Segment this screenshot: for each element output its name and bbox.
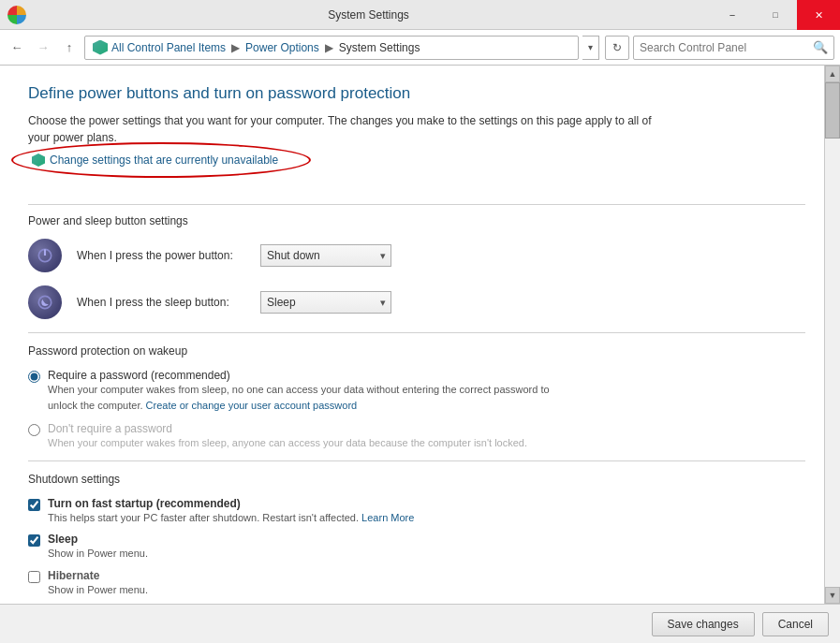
fast-startup-desc: This helps start your PC faster after sh… [48,510,414,526]
section-divider-3 [28,460,805,461]
window-controls: − □ ✕ [711,0,840,29]
learn-more-link[interactable]: Learn More [361,512,414,523]
no-password-radio[interactable] [28,424,40,436]
hibernate-checkbox[interactable] [28,571,40,583]
sleep-row: Sleep Show in Power menu. [28,533,805,562]
search-input[interactable] [640,41,813,54]
require-password-row: Require a password (recommended) When yo… [28,369,805,413]
fast-startup-group: Turn on fast startup (recommended) This … [48,497,414,526]
title-bar: System Settings − □ ✕ [0,0,840,30]
path-sep1: ▶ [231,41,240,54]
search-icon[interactable]: 🔍 [813,40,828,54]
section-divider-1 [28,204,805,205]
page-description: Choose the power settings that you want … [28,112,665,146]
power-button-label: When I press the power button: [77,249,245,262]
save-changes-button[interactable]: Save changes [652,612,755,636]
fast-startup-row: Turn on fast startup (recommended) This … [28,497,805,526]
page-title: Define power buttons and turn on passwor… [28,84,805,103]
sleep-button-row: When I press the sleep button: Sleep Shu… [28,285,805,319]
main-area: Define power buttons and turn on passwor… [0,66,840,604]
close-button[interactable]: ✕ [797,0,840,30]
hibernate-group: Hibernate Show in Power menu. [48,569,148,598]
require-password-group: Require a password (recommended) When yo… [48,369,572,413]
require-password-radio[interactable] [28,371,40,383]
path-mid[interactable]: Power Options [245,41,319,54]
no-password-row: Don't require a password When your compu… [28,422,805,451]
address-path: All Control Panel Items ▶ Power Options … [84,36,579,60]
footer: Save changes Cancel [0,604,840,643]
power-button-icon [28,239,62,272]
scrollbar-down-button[interactable]: ▼ [825,587,840,604]
minimize-button[interactable]: − [711,0,754,30]
require-password-label: Require a password (recommended) [48,369,572,382]
address-dropdown-button[interactable]: ▾ [582,36,599,60]
maximize-button[interactable]: □ [754,0,797,30]
path-root[interactable]: All Control Panel Items [111,41,226,54]
refresh-button[interactable]: ↻ [605,36,629,60]
sleep-group: Sleep Show in Power menu. [48,533,148,562]
change-settings-link[interactable]: Change settings that are currently unava… [28,152,282,168]
shutdown-section-label: Shutdown settings [28,473,805,486]
password-section-label: Password protection on wakeup [28,344,805,358]
path-sep2: ▶ [325,41,333,54]
power-button-row: When I press the power button: Shut down… [28,239,805,272]
app-icon [7,6,26,24]
scrollbar-thumb[interactable] [825,82,840,139]
fast-startup-label: Turn on fast startup (recommended) [48,497,414,510]
forward-button[interactable]: → [32,37,54,59]
window-title: System Settings [26,8,711,22]
sleep-svg-icon [36,293,54,312]
power-button-select[interactable]: Shut down Sleep Hibernate Turn off the d… [260,244,391,267]
hibernate-checkbox-desc: Show in Power menu. [48,582,148,598]
path-icon [93,40,108,55]
hibernate-checkbox-label: Hibernate [48,569,148,582]
shield-settings-icon [32,153,45,167]
fast-startup-checkbox[interactable] [28,499,40,511]
power-button-select-wrapper: Shut down Sleep Hibernate Turn off the d… [260,244,391,267]
back-button[interactable]: ← [6,37,28,59]
sleep-checkbox[interactable] [28,534,40,547]
no-password-label: Don't require a password [48,422,527,435]
content-panel: Define power buttons and turn on passwor… [0,66,824,604]
sleep-button-label: When I press the sleep button: [77,296,245,309]
scrollbar-track-area [825,82,840,587]
sleep-button-select-wrapper: Sleep Shut down Hibernate Turn off the d… [260,291,391,314]
address-bar: ← → ↑ All Control Panel Items ▶ Power Op… [0,30,840,66]
hibernate-row: Hibernate Show in Power menu. [28,569,805,598]
require-password-desc: When your computer wakes from sleep, no … [48,382,572,413]
sleep-button-icon [28,285,62,319]
power-sleep-section-label: Power and sleep button settings [28,214,805,227]
scrollbar-up-button[interactable]: ▲ [825,66,840,82]
no-password-group: Don't require a password When your compu… [48,422,527,451]
search-box: 🔍 [633,36,834,60]
power-svg-icon [36,246,54,265]
svg-point-2 [38,296,51,308]
no-password-desc: When your computer wakes from sleep, any… [48,435,527,451]
create-password-link[interactable]: Create or change your user account passw… [146,400,358,411]
scrollbar: ▲ ▼ [824,66,840,604]
cancel-button[interactable]: Cancel [762,612,829,636]
up-button[interactable]: ↑ [58,37,81,59]
section-divider-2 [28,332,805,333]
sleep-checkbox-label: Sleep [48,533,148,546]
sleep-checkbox-desc: Show in Power menu. [48,546,148,562]
sleep-button-select[interactable]: Sleep Shut down Hibernate Turn off the d… [260,291,391,314]
path-current: System Settings [339,41,420,54]
